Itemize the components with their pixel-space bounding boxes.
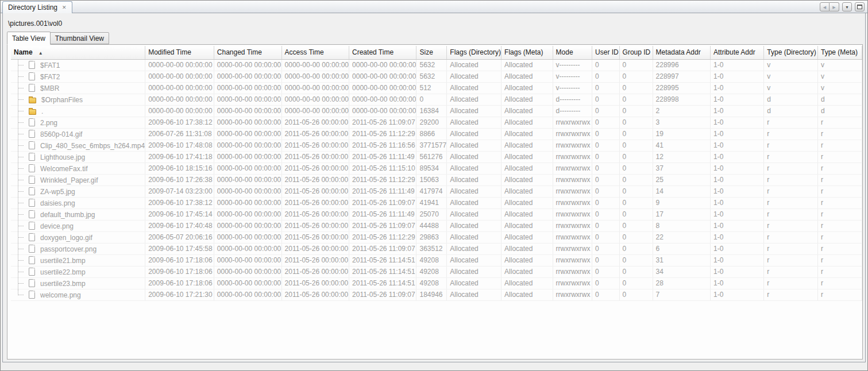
cell-type_meta: r [817,117,862,128]
table-row[interactable]: WelcomeFax.tif2009-06-10 18:15:160000-00… [11,163,862,174]
cell-modified_time: 2009-06-10 17:18:06 [145,266,214,277]
tree-connector [18,266,18,277]
table-row[interactable]: welcome.png2009-06-10 17:21:300000-00-00… [11,289,862,300]
cell-type_meta: r [817,208,862,220]
table-row[interactable]: .0000-00-00 00:00:000000-00-00 00:00:000… [11,105,862,117]
cell-flags_meta: Allocated [501,266,553,277]
cell-created_time: 0000-00-00 00:00:00 [349,105,416,117]
file-icon [29,187,35,195]
cell-modified_time: 2009-06-10 17:26:38 [145,174,214,186]
cell-type_directory: r [764,277,818,289]
tab-thumbnail-view[interactable]: Thumbnail View [50,32,109,44]
cell-access_time: 2011-05-26 00:00:00 [281,128,349,140]
table-row[interactable]: Clip_480_5sec_6mbps_h264.mp42009-06-10 1… [11,140,862,151]
cell-mode: rrwxrwxrwx [553,186,592,197]
cell-size: 89534 [416,163,447,174]
column-header-changed_time[interactable]: Changed Time [214,46,281,59]
cell-access_time: 0000-00-00 00:00:00 [281,105,349,117]
column-header-access_time[interactable]: Access Time [281,46,349,59]
column-header-flags_meta[interactable]: Flags (Meta) [501,46,553,59]
table-header-row: Name▲Modified TimeChanged TimeAccess Tim… [11,46,862,59]
cell-user_id: 0 [592,289,620,300]
cell-name: passportcover.png [11,243,145,254]
cell-changed_time: 0000-00-00 00:00:00 [214,186,281,197]
cell-flags_directory: Allocated [447,151,501,163]
scroll-left-button[interactable]: ◀ [820,2,830,11]
cell-size: 363512 [416,243,447,254]
cell-name: default_thumb.jpg [11,208,145,220]
cell-attribute_addr: 1-0 [710,94,763,105]
table-row[interactable]: $OrphanFiles0000-00-00 00:00:000000-00-0… [11,94,862,105]
table-row[interactable]: 8560p-014.gif2006-07-26 11:31:080000-00-… [11,128,862,140]
table-row[interactable]: doxygen_logo.gif2006-05-07 20:06:160000-… [11,231,862,243]
column-header-modified_time[interactable]: Modified Time [145,46,214,59]
cell-modified_time: 0000-00-00 00:00:00 [145,71,214,82]
cell-size: 49208 [416,254,447,266]
cell-metadata_addr: 34 [653,266,710,277]
cell-access_time: 2011-05-26 00:00:00 [281,186,349,197]
table-row[interactable]: default_thumb.jpg2009-06-10 17:45:140000… [11,208,862,220]
tree-connector [18,163,18,174]
cell-access_time: 2011-05-26 00:00:00 [281,277,349,289]
column-label: Changed Time [217,48,262,56]
cell-user_id: 0 [592,277,620,289]
column-header-flags_directory[interactable]: Flags (Directory) [447,46,501,59]
table-row[interactable]: passportcover.png2009-06-10 17:45:580000… [11,243,862,254]
tab-directory-listing[interactable]: Directory Listing ✕ [2,1,72,13]
cell-flags_meta: Allocated [501,94,553,105]
tab-list-dropdown-button[interactable]: ▼ [842,2,852,11]
table-row[interactable]: Wrinkled_Paper.gif2009-06-10 17:26:38000… [11,174,862,186]
tab-table-view[interactable]: Table View [7,32,51,45]
column-header-user_id[interactable]: User ID [592,46,620,59]
cell-type_meta: r [817,197,862,208]
file-icon [29,176,35,184]
table-row[interactable]: $MBR0000-00-00 00:00:000000-00-00 00:00:… [11,82,862,94]
cell-type_directory: r [764,289,818,300]
column-header-group_id[interactable]: Group ID [619,46,653,59]
cell-metadata_addr: 31 [653,254,710,266]
close-icon[interactable]: ✕ [61,5,67,11]
table-row[interactable]: usertile23.bmp2009-06-10 17:18:060000-00… [11,277,862,289]
column-header-metadata_addr[interactable]: Metadata Addr [653,46,710,59]
column-header-name[interactable]: Name▲ [11,46,145,59]
cell-group_id: 0 [619,117,653,128]
cell-mode: rrwxrwxrwx [553,151,592,163]
table-row[interactable]: daisies.png2009-06-10 17:38:120000-00-00… [11,197,862,208]
table-row[interactable]: usertile21.bmp2009-06-10 17:18:060000-00… [11,254,862,266]
cell-attribute_addr: 1-0 [710,231,763,243]
file-icon [29,279,35,287]
table-row[interactable]: $FAT20000-00-00 00:00:000000-00-00 00:00… [11,71,862,82]
table-row[interactable]: device.png2009-06-10 17:40:480000-00-00 … [11,220,862,231]
tree-connector [18,244,18,254]
cell-user_id: 0 [592,174,620,186]
table-row[interactable]: ZA-wp5.jpg2009-07-14 03:23:000000-00-00 … [11,186,862,197]
file-name: welcome.png [40,291,81,299]
cell-mode: rrwxrwxrwx [553,254,592,266]
column-header-mode[interactable]: Mode [553,46,592,59]
column-label: Size [419,48,433,56]
column-label: Type (Directory) [767,48,816,56]
column-header-created_time[interactable]: Created Time [349,46,416,59]
column-header-type_meta[interactable]: Type (Meta) [817,46,862,59]
right-arrow-icon: ▶ [832,5,835,9]
cell-created_time: 2011-05-26 11:12:29 [349,128,416,140]
cell-group_id: 0 [619,254,653,266]
table-row[interactable]: Lighthouse.jpg2009-06-10 17:41:180000-00… [11,151,862,163]
cell-access_time: 2011-05-26 00:00:00 [281,151,349,163]
cell-user_id: 0 [592,220,620,231]
table-row[interactable]: $FAT10000-00-00 00:00:000000-00-00 00:00… [11,59,862,71]
table-row[interactable]: 2.png2009-06-10 17:38:120000-00-00 00:00… [11,117,862,128]
cell-modified_time: 2009-06-10 17:40:48 [145,220,214,231]
maximize-button[interactable] [855,2,865,11]
scroll-right-button[interactable]: ▶ [830,2,839,11]
column-header-size[interactable]: Size [416,46,447,59]
table-row[interactable]: usertile22.bmp2009-06-10 17:18:060000-00… [11,266,862,277]
column-header-attribute_addr[interactable]: Attribute Addr [710,46,763,59]
cell-access_time: 2011-05-26 00:00:00 [281,197,349,208]
cell-mode: rrwxrwxrwx [553,174,592,186]
cell-flags_directory: Allocated [447,140,501,151]
cell-attribute_addr: 1-0 [710,289,763,300]
cell-changed_time: 0000-00-00 00:00:00 [214,82,281,94]
column-header-type_directory[interactable]: Type (Directory) [764,46,818,59]
cell-attribute_addr: 1-0 [710,59,763,71]
